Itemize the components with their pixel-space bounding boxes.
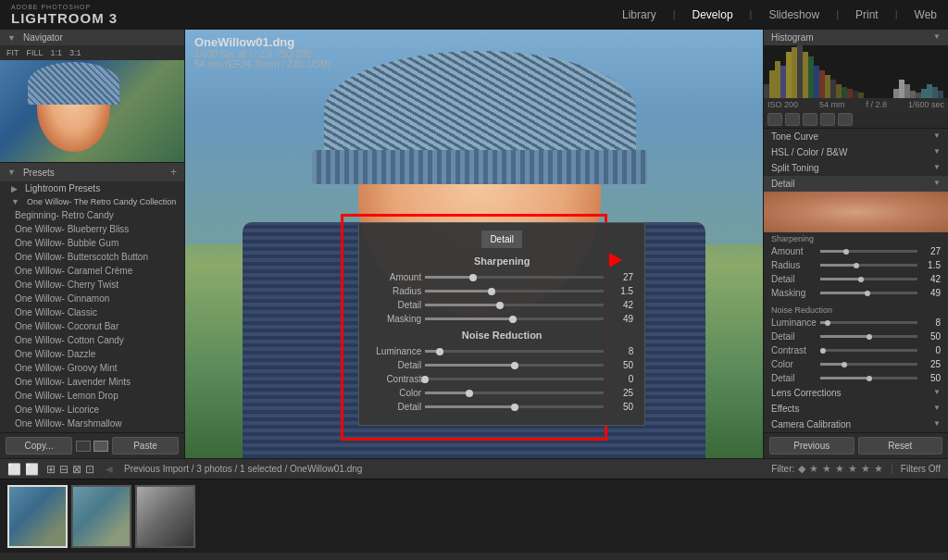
aperture-meta: f / 2.8 — [866, 100, 887, 109]
paste-button[interactable]: Paste — [112, 437, 179, 454]
lr-presets-label: Lightroom Presets — [25, 183, 100, 193]
fit-button[interactable]: FIT — [4, 47, 22, 58]
camera-calibration-section[interactable]: Camera Calibration ▼ — [764, 417, 948, 432]
lens-chevron: ▼ — [933, 388, 941, 398]
survey-icon[interactable]: ⊡ — [85, 463, 94, 476]
split-toning-section[interactable]: Split Toning ▼ — [764, 160, 948, 176]
main-photo[interactable]: Detail Sharpening Amount 27 Radius — [185, 30, 763, 458]
crop-tool-icon[interactable] — [767, 113, 782, 126]
rp-masking-slider[interactable] — [820, 292, 917, 294]
tone-curve-section[interactable]: Tone Curve ▼ — [764, 129, 948, 144]
preset-item[interactable]: One Willow- Butterscotch Button — [0, 250, 184, 264]
luminance-row: Luminance 8 — [370, 346, 633, 356]
preset-group-lr[interactable]: ▶ Lightroom Presets — [0, 181, 184, 195]
rp-contrast-slider[interactable] — [820, 349, 917, 352]
preset-item[interactable]: One Willow- Dazzle — [0, 347, 184, 361]
star-6[interactable]: ★ — [861, 463, 870, 475]
loupe-icon[interactable]: ⊟ — [59, 463, 69, 476]
add-preset-icon[interactable]: + — [170, 166, 177, 179]
ratio-button[interactable]: 3:1 — [67, 47, 84, 58]
tab-library[interactable]: Library — [622, 8, 656, 21]
star-7[interactable]: ★ — [874, 463, 883, 475]
copy-button[interactable]: Copy... — [6, 437, 72, 454]
rp-detail-slider[interactable] — [820, 278, 917, 280]
contrast-slider[interactable] — [425, 378, 604, 380]
histogram-header[interactable]: Histogram ▼ — [764, 30, 948, 45]
star-2[interactable]: ★ — [809, 463, 818, 475]
nav-tabs: Library | Develop | Slideshow | Print | … — [622, 8, 937, 21]
preset-item[interactable]: One Willow- Cherry Twist — [0, 278, 184, 292]
preset-item[interactable]: One Willow- Blueberry Bliss — [0, 222, 184, 236]
tab-print[interactable]: Print — [855, 8, 879, 21]
rp-masking-row: Masking 49 — [764, 286, 948, 300]
preset-item[interactable]: One Willow- Lemon Drop — [0, 389, 184, 403]
preset-item[interactable]: One Willow- Groovy Mint — [0, 361, 184, 375]
preset-item[interactable]: One Willow- Classic — [0, 305, 184, 319]
luminance-slider[interactable] — [425, 350, 604, 353]
brush-tool-icon[interactable] — [838, 113, 853, 126]
filmstrip-thumb-2[interactable] — [71, 485, 131, 548]
color-detail-slider[interactable] — [425, 405, 604, 408]
color-slider[interactable] — [425, 392, 604, 394]
grid-view-icon[interactable] — [76, 441, 91, 452]
star-1[interactable]: ◆ — [798, 463, 805, 475]
presets-header[interactable]: ▼ Presets + — [0, 163, 184, 181]
rp-amount-slider[interactable] — [820, 250, 917, 253]
preset-item[interactable]: One Willow- Licorice — [0, 403, 184, 417]
lens-corrections-section[interactable]: Lens Corrections ▼ — [764, 385, 948, 401]
one-one-button[interactable]: 1:1 — [48, 47, 66, 58]
rp-color-detail-slider[interactable] — [820, 377, 917, 380]
preset-item[interactable]: One Willow- Bubble Gum — [0, 236, 184, 250]
svg-rect-10 — [819, 70, 825, 98]
rp-nr-detail-slider[interactable] — [820, 335, 917, 338]
effects-section[interactable]: Effects ▼ — [764, 401, 948, 417]
sharpening-title: Sharpening — [370, 255, 633, 267]
filters-off-label[interactable]: Filters Off — [901, 464, 941, 474]
hsl-section[interactable]: HSL / Color / B&W ▼ — [764, 144, 948, 160]
masking-row: Masking 49 — [370, 314, 633, 324]
filmstrip-thumb-1[interactable] — [7, 485, 68, 548]
compare-icon[interactable]: ⊠ — [72, 463, 81, 476]
rp-radius-slider[interactable] — [820, 264, 917, 267]
fill-button[interactable]: FILL — [24, 47, 46, 58]
reset-button[interactable]: Reset — [858, 437, 943, 454]
rp-color-slider[interactable] — [820, 363, 917, 366]
detail-slider[interactable] — [425, 304, 604, 306]
detail-section-header[interactable]: Detail ▼ — [764, 176, 948, 192]
navigator-header[interactable]: ▼ Navigator — [0, 30, 184, 45]
preset-item[interactable]: One Willow- Cinnamon — [0, 292, 184, 305]
rp-nr-detail-val: 50 — [920, 331, 941, 342]
preset-item[interactable]: One Willow- Lavender Mints — [0, 375, 184, 389]
preset-item[interactable]: One Willow- Caramel Crème — [0, 264, 184, 278]
rp-detail-row: Detail 42 — [764, 272, 948, 286]
amount-slider[interactable] — [425, 276, 604, 279]
masking-slider[interactable] — [425, 317, 604, 320]
detail-tab[interactable]: Detail — [481, 230, 522, 248]
star-5[interactable]: ★ — [848, 463, 857, 475]
redeye-tool-icon[interactable] — [803, 113, 817, 126]
grid-icon[interactable]: ⊞ — [46, 463, 56, 476]
preset-item[interactable]: One Willow- Cotton Candy — [0, 333, 184, 347]
tab-web[interactable]: Web — [915, 8, 937, 21]
svg-rect-26 — [938, 91, 943, 98]
nr-detail-slider[interactable] — [425, 364, 604, 367]
grad-tool-icon[interactable] — [820, 113, 835, 126]
previous-button[interactable]: Previous — [769, 437, 854, 454]
loupe-view-icon[interactable] — [94, 441, 108, 452]
star-4[interactable]: ★ — [835, 463, 844, 475]
rp-luminance-slider[interactable] — [820, 321, 917, 324]
spot-tool-icon[interactable] — [785, 113, 800, 126]
preset-item[interactable]: One Willow- Marshmallow — [0, 417, 184, 430]
preset-item[interactable]: Beginning- Retro Candy — [0, 208, 184, 222]
radius-slider[interactable] — [425, 290, 604, 292]
tab-develop[interactable]: Develop — [692, 8, 733, 21]
filmstrip-thumb-3[interactable] — [135, 485, 195, 548]
presets-expand-icon: ▼ — [7, 168, 16, 177]
tab-slideshow[interactable]: Slideshow — [768, 8, 819, 21]
svg-rect-0 — [764, 84, 769, 98]
toolbar-view-icons: ⊞ ⊟ ⊠ ⊡ — [46, 463, 94, 476]
amount-value: 27 — [607, 272, 633, 282]
preset-group-onewillow[interactable]: ▼ One Willow- The Retro Candy Collection — [0, 195, 184, 208]
preset-item[interactable]: One Willow- Coconut Bar — [0, 319, 184, 333]
star-3[interactable]: ★ — [822, 463, 831, 475]
